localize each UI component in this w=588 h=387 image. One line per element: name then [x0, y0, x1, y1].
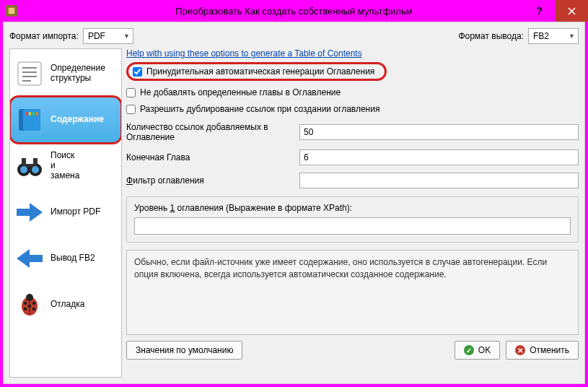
sidebar-item-label: Отладка — [51, 300, 84, 310]
force-toc-highlight: Принудительная автоматическая генерации … — [126, 62, 387, 81]
svg-rect-20 — [33, 158, 38, 165]
links-count-input[interactable] — [299, 124, 579, 140]
links-count-label: Количество ссылок добавляемых в Оглавлен… — [126, 122, 292, 142]
svg-rect-4 — [18, 62, 41, 85]
svg-rect-13 — [32, 112, 35, 116]
client-area: Формат импорта: PDF ▼ Формат вывода: FB2… — [3, 22, 585, 384]
bottom-row: Значения по умолчанию ✓OK ✕Отменить — [126, 341, 579, 360]
output-format-label: Формат вывода: — [458, 31, 524, 41]
chevron-down-icon: ▼ — [569, 32, 575, 40]
svg-point-27 — [32, 308, 36, 311]
cancel-button[interactable]: ✕Отменить — [506, 341, 579, 360]
info-box: Обычно, если файл-источник уже имеет сод… — [126, 250, 579, 335]
sidebar-item-label: Определение структуры — [51, 64, 117, 84]
svg-point-17 — [20, 166, 27, 173]
svg-point-18 — [32, 166, 39, 173]
xpath-group: Уровень 1 оглавления (Выражение в формат… — [126, 196, 579, 243]
noadd-label: Не добавлять определенные главы в Оглавл… — [140, 87, 341, 97]
noadd-row: Не добавлять определенные главы в Оглавл… — [126, 87, 579, 97]
window-title: Преобразовать Как создать собственный му… — [0, 6, 588, 17]
filter-input[interactable] — [299, 173, 579, 188]
end-chapter-label: Конечная Глава — [126, 152, 292, 162]
xpath-input[interactable] — [134, 217, 571, 235]
sidebar-item-structure[interactable]: Определение структуры — [10, 51, 121, 97]
titlebar: Преобразовать Как создать собственный му… — [0, 0, 588, 22]
ok-button[interactable]: ✓OK — [455, 341, 500, 360]
svg-point-24 — [24, 302, 27, 305]
sidebar: Определение структуры Содержание Поиск и… — [9, 48, 122, 378]
output-format-value: FB2 — [533, 31, 549, 41]
ok-icon: ✓ — [464, 345, 474, 355]
sidebar-item-label: Вывод FB2 — [51, 253, 95, 264]
structure-icon — [14, 58, 45, 89]
import-format-combo[interactable]: PDF ▼ — [83, 28, 133, 44]
dup-label: Разрешить дублирование ссылок при создан… — [140, 104, 379, 114]
force-toc-row: Принудительная автоматическая генерации … — [126, 62, 579, 81]
arrow-left-icon — [14, 243, 45, 274]
import-format-value: PDF — [88, 31, 105, 41]
main-area: Определение структуры Содержание Поиск и… — [9, 48, 579, 378]
xpath-label: Уровень 1 оглавления (Выражение в формат… — [134, 203, 571, 213]
sidebar-item-search[interactable]: Поиск и замена — [10, 143, 121, 189]
format-row: Формат импорта: PDF ▼ Формат вывода: FB2… — [9, 28, 579, 44]
binoculars-icon — [14, 151, 45, 181]
force-toc-label: Принудительная автоматическая генерации … — [146, 66, 374, 77]
svg-rect-11 — [25, 112, 27, 116]
svg-rect-12 — [29, 112, 31, 116]
import-format-label: Формат импорта: — [9, 31, 79, 41]
svg-rect-14 — [36, 112, 38, 116]
window: Преобразовать Как создать собственный му… — [0, 0, 588, 387]
noadd-checkbox[interactable] — [126, 88, 136, 97]
svg-point-26 — [24, 308, 27, 311]
sidebar-item-label: Поиск и замена — [51, 151, 79, 181]
end-chapter-input[interactable] — [299, 149, 579, 165]
cancel-icon: ✕ — [515, 345, 525, 355]
arrow-right-icon — [14, 197, 45, 227]
sidebar-item-debug[interactable]: Отладка — [10, 282, 121, 328]
dup-checkbox[interactable] — [126, 105, 136, 114]
svg-point-25 — [32, 302, 36, 305]
dup-row: Разрешить дублирование ссылок при создан… — [126, 104, 579, 114]
svg-rect-21 — [26, 164, 33, 167]
defaults-button[interactable]: Значения по умолчанию — [126, 341, 242, 360]
toc-icon — [14, 105, 45, 135]
filter-label: Фильтр оглавления — [126, 175, 292, 186]
force-toc-checkbox[interactable] — [133, 67, 142, 77]
bug-icon — [14, 290, 45, 320]
filter-row: Фильтр оглавления — [126, 173, 579, 188]
links-count-row: Количество ссылок добавляемых в Оглавлен… — [126, 122, 579, 142]
sidebar-item-label: Содержание — [51, 115, 104, 125]
chevron-down-icon: ▼ — [123, 32, 130, 40]
svg-rect-19 — [22, 158, 26, 165]
end-chapter-row: Конечная Глава — [126, 149, 579, 165]
sidebar-item-label: Импорт PDF — [51, 207, 100, 217]
output-format-combo[interactable]: FB2 ▼ — [528, 28, 579, 44]
sidebar-item-output-fb2[interactable]: Вывод FB2 — [10, 235, 121, 282]
help-link[interactable]: Help with using these options to generat… — [126, 48, 579, 58]
sidebar-item-toc[interactable]: Содержание — [10, 97, 121, 143]
content-panel: Help with using these options to generat… — [126, 48, 579, 378]
sidebar-item-import-pdf[interactable]: Импорт PDF — [10, 189, 121, 235]
